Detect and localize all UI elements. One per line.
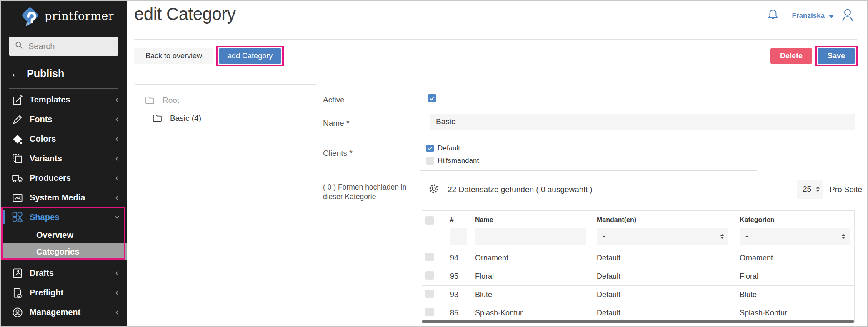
sidebar-item-templates[interactable]: Templates — [0, 90, 127, 110]
logo[interactable]: printformer — [0, 0, 127, 27]
chevron-left-icon — [113, 269, 121, 277]
save-button[interactable]: Save — [818, 48, 855, 64]
active-checkbox[interactable] — [428, 94, 436, 102]
publish-back-link[interactable]: ← Publish — [10, 67, 127, 80]
sidebar-item-label: Fonts — [30, 115, 113, 124]
sidebar-item-label: Producers — [30, 173, 113, 183]
sidebar-item-colors[interactable]: Colors — [0, 129, 127, 149]
chevron-left-icon — [113, 135, 121, 143]
person-circle-icon — [10, 305, 24, 319]
sidebar-item-label: System Media — [30, 193, 113, 202]
cell-id: 93 — [443, 286, 468, 304]
table-header-row: # Name Mandant(en) - — [422, 211, 855, 249]
sidebar: printformer ← Publish Templates — [0, 0, 127, 327]
header-divider — [134, 39, 857, 40]
user-name[interactable]: Franziska — [792, 12, 825, 20]
row-checkbox[interactable] — [425, 271, 434, 280]
mandant-filter-select[interactable]: - — [597, 228, 728, 245]
sidebar-item-management[interactable]: Management — [0, 302, 127, 322]
cell-mandant: Default — [590, 286, 733, 304]
edit-square-icon — [10, 93, 24, 107]
sidebar-item-fonts[interactable]: Fonts — [0, 110, 127, 129]
sidebar-item-system-media[interactable]: System Media — [0, 188, 127, 207]
client-checkbox[interactable] — [426, 145, 434, 152]
cell-name: Ornament — [468, 249, 590, 267]
spinner-arrows-icon — [841, 233, 845, 240]
kategorien-filter-value: - — [745, 232, 748, 241]
sidebar-item-producers[interactable]: Producers — [0, 168, 127, 188]
per-page-select[interactable]: 25 — [797, 180, 823, 199]
sidebar-item-drafts[interactable]: Drafts — [0, 263, 127, 283]
document-check-icon — [10, 286, 24, 300]
cell-mandant: Default — [590, 304, 733, 322]
clients-box: Default Hilfsmandant — [420, 137, 757, 171]
subitem-label: Categories — [36, 247, 79, 257]
client-option-hilfsmandant[interactable]: Hilfsmandant — [426, 155, 757, 167]
horizontal-scrollbar[interactable] — [422, 320, 854, 323]
mandant-filter-value: - — [603, 232, 605, 241]
chevron-left-icon — [113, 155, 121, 163]
client-option-default[interactable]: Default — [426, 142, 757, 155]
client-checkbox[interactable] — [426, 157, 434, 165]
chevron-left-icon — [113, 174, 121, 182]
printformer-logo-icon — [19, 5, 41, 27]
sidebar-item-label: Drafts — [30, 268, 113, 278]
pen-icon — [10, 112, 24, 126]
truck-icon — [10, 171, 24, 185]
cell-mandant: Default — [590, 249, 733, 267]
folder-icon — [152, 112, 163, 124]
clients-label: Clients * — [323, 149, 353, 158]
chevron-left-icon — [113, 308, 121, 317]
back-to-overview-button[interactable]: Back to overview — [134, 48, 213, 64]
row-checkbox[interactable] — [425, 290, 434, 298]
tree-node-basic[interactable]: Basic (4) — [152, 112, 316, 124]
id-filter-input[interactable] — [450, 228, 467, 245]
cell-name: Splash-Kontur — [468, 304, 590, 322]
caret-down-icon[interactable] — [829, 15, 834, 18]
back-arrow-icon: ← — [10, 68, 21, 79]
gear-icon[interactable] — [428, 183, 440, 196]
annotation-box-save: Save — [815, 46, 858, 66]
sidebar-search[interactable] — [9, 37, 118, 56]
table-row[interactable]: 85 Splash-Kontur Default Splash-Kontur — [422, 304, 855, 322]
table-row[interactable]: 93 Blüte Default Blüte — [422, 286, 855, 304]
sidebar-subitem-overview[interactable]: Overview — [0, 227, 127, 243]
chevron-down-icon — [113, 213, 121, 221]
search-icon — [14, 40, 24, 52]
copy-icon — [10, 152, 24, 165]
name-label: Name * — [323, 119, 349, 128]
client-label: Hilfsmandant — [438, 157, 479, 165]
subitem-label: Overview — [36, 230, 73, 240]
active-indicator-bar — [3, 210, 5, 224]
tree-node-root[interactable]: Root — [144, 95, 316, 106]
chevron-left-icon — [113, 96, 121, 104]
column-header-kategorien: Kategorien — [740, 216, 849, 224]
sidebar-divider — [9, 88, 118, 89]
user-icon[interactable] — [840, 7, 855, 25]
sidebar-menu: Templates Fonts Colors — [0, 90, 127, 322]
delete-button[interactable]: Delete — [770, 48, 812, 64]
table-row[interactable]: 94 Ornament Default Ornament — [422, 249, 855, 267]
sidebar-item-variants[interactable]: Variants — [0, 149, 127, 168]
sidebar-item-label: Shapes — [30, 212, 113, 222]
row-checkbox[interactable] — [425, 308, 434, 316]
sidebar-item-label: Variants — [30, 154, 113, 163]
sidebar-item-preflight[interactable]: Preflight — [0, 283, 127, 302]
select-all-checkbox[interactable] — [425, 216, 434, 225]
sidebar-item-label: Preflight — [30, 288, 113, 297]
column-header-id: # — [450, 216, 463, 224]
sidebar-subitem-categories[interactable]: Categories — [0, 243, 127, 260]
add-category-button[interactable]: add Category — [219, 48, 281, 64]
name-filter-input[interactable] — [475, 228, 586, 245]
row-checkbox[interactable] — [425, 253, 434, 261]
pdf-icon — [10, 266, 24, 280]
per-page-value: 25 — [803, 185, 811, 194]
check-icon — [429, 95, 435, 102]
kategorien-filter-select[interactable]: - — [740, 228, 850, 245]
search-input[interactable] — [28, 42, 127, 51]
bell-icon[interactable] — [766, 8, 780, 24]
name-input[interactable] — [430, 114, 855, 130]
table-row[interactable]: 95 Floral Default Floral — [422, 267, 855, 286]
cell-id: 94 — [443, 249, 468, 267]
sidebar-item-shapes[interactable]: Shapes — [0, 207, 127, 227]
